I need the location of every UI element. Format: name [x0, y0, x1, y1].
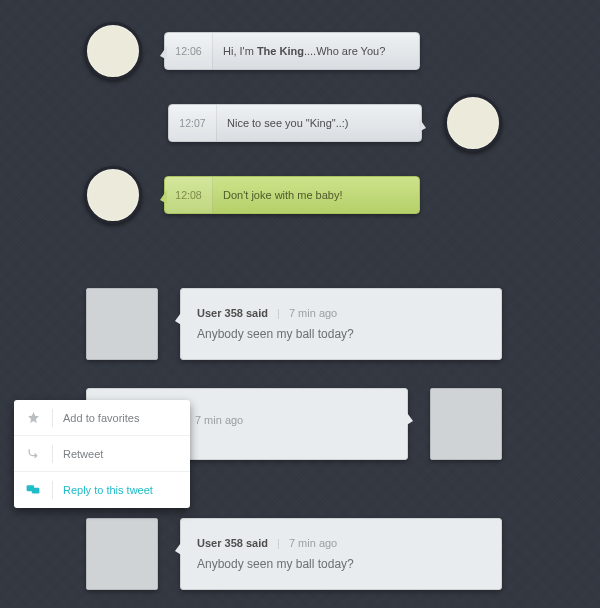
feed-row: User 358 said | 7 min ago Anybody seen m…	[86, 518, 502, 590]
feed-user: User 358 said	[197, 307, 268, 319]
feed-user: User 358 said	[197, 537, 268, 549]
avatar[interactable]	[444, 94, 502, 152]
menu-item-favorite[interactable]: Add to favorites	[14, 400, 190, 436]
retweet-icon	[24, 447, 42, 460]
avatar-square[interactable]	[86, 518, 158, 590]
chat-message: Don't joke with me baby!	[223, 189, 343, 201]
chat-row: 12:07 Nice to see you "King"..:)	[0, 94, 600, 152]
chat-bubble[interactable]: 12:06 Hi, I'm The King....Who are You?	[164, 32, 420, 70]
timestamp: 12:08	[165, 177, 213, 213]
star-icon	[24, 411, 42, 424]
feed-row: User 358 said | 7 min ago Anybody seen m…	[86, 288, 502, 360]
avatar-square[interactable]	[430, 388, 502, 460]
chat-row: 12:06 Hi, I'm The King....Who are You?	[0, 22, 600, 80]
avatar-square[interactable]	[86, 288, 158, 360]
menu-label: Add to favorites	[63, 412, 139, 424]
feed-age: 7 min ago	[195, 414, 243, 426]
feed-card[interactable]: User 358 said | 7 min ago Anybody seen m…	[180, 518, 502, 590]
chat-bubble-highlight[interactable]: 12:08 Don't joke with me baby!	[164, 176, 420, 214]
feed-body: Anybody seen my ball today?	[197, 557, 485, 571]
chat-message: Nice to see you "King"..:)	[227, 117, 349, 129]
svg-rect-1	[32, 488, 40, 494]
feed-meta: User 358 said | 7 min ago	[197, 537, 485, 549]
menu-label: Reply to this tweet	[63, 484, 153, 496]
feed-body: Anybody seen my ball today?	[197, 327, 485, 341]
feed-meta: User 358 said | 7 min ago	[197, 307, 485, 319]
feed-card[interactable]: User 358 said | 7 min ago Anybody seen m…	[180, 288, 502, 360]
context-menu: Add to favorites Retweet Reply to this t…	[14, 400, 190, 508]
chat-message: Hi, I'm The King....Who are You?	[223, 45, 385, 57]
reply-icon	[24, 484, 42, 496]
avatar[interactable]	[84, 166, 142, 224]
feed-age: 7 min ago	[289, 307, 337, 319]
timestamp: 12:07	[169, 105, 217, 141]
menu-item-retweet[interactable]: Retweet	[14, 436, 190, 472]
chat-bubble[interactable]: 12:07 Nice to see you "King"..:)	[168, 104, 422, 142]
timestamp: 12:06	[165, 33, 213, 69]
feed-age: 7 min ago	[289, 537, 337, 549]
menu-item-reply[interactable]: Reply to this tweet	[14, 472, 190, 508]
avatar[interactable]	[84, 22, 142, 80]
menu-label: Retweet	[63, 448, 103, 460]
chat-row: 12:08 Don't joke with me baby!	[0, 166, 600, 224]
